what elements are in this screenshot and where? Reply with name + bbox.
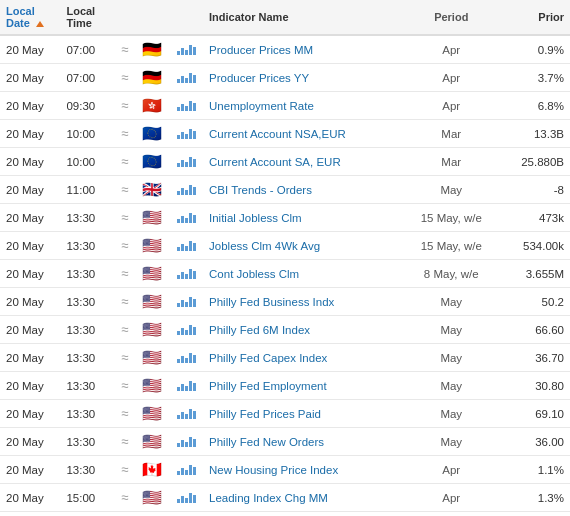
cell-chart[interactable] xyxy=(170,400,203,428)
cell-time: 13:30 xyxy=(60,428,114,456)
header-date[interactable]: LocalDate xyxy=(0,0,60,35)
cell-date: 20 May xyxy=(0,148,60,176)
table-row: 20 May10:00≈🇪🇺Current Account SA, EURMar… xyxy=(0,148,570,176)
cell-period: Mar xyxy=(408,120,494,148)
cell-indicator-name[interactable]: Producer Prices YY xyxy=(203,64,408,92)
cell-chart[interactable] xyxy=(170,35,203,64)
table-row: 20 May13:30≈🇺🇸Philly Fed Business IndxMa… xyxy=(0,288,570,316)
cell-approx: ≈ xyxy=(114,428,135,456)
bar-chart-icon[interactable] xyxy=(177,491,196,503)
approx-icon: ≈ xyxy=(121,378,128,393)
cell-date: 20 May xyxy=(0,372,60,400)
cell-date: 20 May xyxy=(0,35,60,64)
flag-icon: 🇺🇸 xyxy=(142,209,162,226)
cell-period: May xyxy=(408,288,494,316)
cell-flag: 🇺🇸 xyxy=(135,400,170,428)
cell-indicator-name[interactable]: Philly Fed Prices Paid xyxy=(203,400,408,428)
cell-chart[interactable] xyxy=(170,512,203,517)
cell-flag: 🇪🇺 xyxy=(135,120,170,148)
cell-prior: 473k xyxy=(494,204,570,232)
bar-chart-icon[interactable] xyxy=(177,239,196,251)
table-row: 20 May13:30≈🇺🇸Initial Jobless Clm15 May,… xyxy=(0,204,570,232)
cell-time: 13:30 xyxy=(60,400,114,428)
flag-icon: 🇺🇸 xyxy=(142,237,162,254)
cell-indicator-name[interactable]: CBI Trends - Orders xyxy=(203,176,408,204)
cell-indicator-name[interactable]: Producer Prices MM xyxy=(203,35,408,64)
bar-chart-icon[interactable] xyxy=(177,71,196,83)
bar-chart-icon[interactable] xyxy=(177,99,196,111)
cell-approx: ≈ xyxy=(114,148,135,176)
cell-period: Apr xyxy=(408,64,494,92)
cell-indicator-name[interactable]: Jobless Clm 4Wk Avg xyxy=(203,232,408,260)
cell-chart[interactable] xyxy=(170,148,203,176)
cell-time: 09:30 xyxy=(60,92,114,120)
cell-indicator-name[interactable]: PPI Growth YY xyxy=(203,512,408,517)
cell-indicator-name[interactable]: Philly Fed 6M Index xyxy=(203,316,408,344)
bar-chart-icon[interactable] xyxy=(177,43,196,55)
cell-chart[interactable] xyxy=(170,120,203,148)
bar-chart-icon[interactable] xyxy=(177,295,196,307)
table-row: 20 May13:30≈🇺🇸Philly Fed Capex IndexMay3… xyxy=(0,344,570,372)
bar-chart-icon[interactable] xyxy=(177,267,196,279)
cell-indicator-name[interactable]: Philly Fed Employment xyxy=(203,372,408,400)
header-time: LocalTime xyxy=(60,0,114,35)
bar-chart-icon[interactable] xyxy=(177,127,196,139)
cell-indicator-name[interactable]: Initial Jobless Clm xyxy=(203,204,408,232)
cell-time: 13:30 xyxy=(60,204,114,232)
cell-indicator-name[interactable]: Philly Fed Business Indx xyxy=(203,288,408,316)
bar-chart-icon[interactable] xyxy=(177,351,196,363)
cell-flag: 🇺🇸 xyxy=(135,484,170,512)
bar-chart-icon[interactable] xyxy=(177,211,196,223)
bar-chart-icon[interactable] xyxy=(177,463,196,475)
cell-chart[interactable] xyxy=(170,428,203,456)
cell-date: 20 May xyxy=(0,92,60,120)
cell-indicator-name[interactable]: New Housing Price Index xyxy=(203,456,408,484)
bar-chart-icon[interactable] xyxy=(177,183,196,195)
cell-period: May xyxy=(408,344,494,372)
cell-chart[interactable] xyxy=(170,64,203,92)
cell-period: Mar xyxy=(408,148,494,176)
table-row: 20 May07:00≈🇩🇪Producer Prices YYApr3.7% xyxy=(0,64,570,92)
cell-time: 13:30 xyxy=(60,344,114,372)
cell-flag: 🇺🇸 xyxy=(135,204,170,232)
cell-chart[interactable] xyxy=(170,344,203,372)
cell-approx: ≈ xyxy=(114,316,135,344)
cell-chart[interactable] xyxy=(170,484,203,512)
table-row: 20 May11:00≈🇬🇧CBI Trends - OrdersMay-8 xyxy=(0,176,570,204)
bar-chart-icon[interactable] xyxy=(177,155,196,167)
cell-chart[interactable] xyxy=(170,176,203,204)
cell-chart[interactable] xyxy=(170,92,203,120)
approx-icon: ≈ xyxy=(121,126,128,141)
cell-approx: ≈ xyxy=(114,512,135,517)
cell-prior: 30.80 xyxy=(494,372,570,400)
bar-chart-icon[interactable] xyxy=(177,435,196,447)
cell-indicator-name[interactable]: Unemployment Rate xyxy=(203,92,408,120)
cell-chart[interactable] xyxy=(170,260,203,288)
approx-icon: ≈ xyxy=(121,182,128,197)
cell-indicator-name[interactable]: Current Account SA, EUR xyxy=(203,148,408,176)
cell-chart[interactable] xyxy=(170,288,203,316)
cell-time: 07:00 xyxy=(60,64,114,92)
cell-chart[interactable] xyxy=(170,232,203,260)
cell-prior: -8 xyxy=(494,176,570,204)
cell-indicator-name[interactable]: Current Account NSA,EUR xyxy=(203,120,408,148)
cell-approx: ≈ xyxy=(114,260,135,288)
cell-chart[interactable] xyxy=(170,204,203,232)
cell-chart[interactable] xyxy=(170,456,203,484)
approx-icon: ≈ xyxy=(121,210,128,225)
bar-chart-icon[interactable] xyxy=(177,407,196,419)
bar-chart-icon[interactable] xyxy=(177,323,196,335)
cell-indicator-name[interactable]: Philly Fed Capex Index xyxy=(203,344,408,372)
cell-flag: 🇩🇪 xyxy=(135,35,170,64)
bar-chart-icon[interactable] xyxy=(177,379,196,391)
cell-flag: 🇬🇧 xyxy=(135,176,170,204)
cell-indicator-name[interactable]: Leading Index Chg MM xyxy=(203,484,408,512)
table-row: 20 May10:00≈🇪🇺Current Account NSA,EURMar… xyxy=(0,120,570,148)
flag-icon: 🇭🇰 xyxy=(142,97,162,114)
cell-indicator-name[interactable]: Philly Fed New Orders xyxy=(203,428,408,456)
cell-approx: ≈ xyxy=(114,35,135,64)
cell-chart[interactable] xyxy=(170,316,203,344)
cell-chart[interactable] xyxy=(170,372,203,400)
cell-indicator-name[interactable]: Cont Jobless Clm xyxy=(203,260,408,288)
cell-date: 20 May xyxy=(0,484,60,512)
